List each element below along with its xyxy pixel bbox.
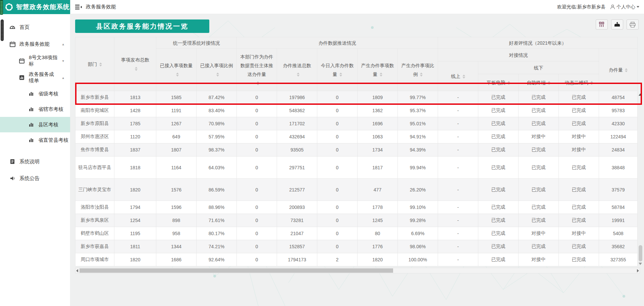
table-header: 部门 事项发布总数 统一受理系统对接情况 办件数据推送情况 好差评情况（2021… bbox=[75, 37, 638, 91]
value-cell: - bbox=[438, 253, 478, 266]
department-cell: 南阳市宛城区 bbox=[75, 104, 114, 117]
chevron-down-icon bbox=[637, 6, 639, 8]
col-header-online[interactable]: 线上 bbox=[438, 61, 478, 91]
value-cell: 152857 bbox=[277, 240, 317, 253]
bar-chart-icon bbox=[28, 137, 34, 143]
export-icon bbox=[614, 22, 620, 27]
sort-icon bbox=[548, 81, 550, 85]
value-cell: - bbox=[438, 201, 478, 214]
value-cell: 1809 bbox=[358, 91, 398, 104]
sidebar-item-label: 系统说明 bbox=[19, 159, 40, 165]
col-header-qrcode[interactable]: 动态二维码 bbox=[559, 74, 599, 91]
value-cell: 100.00% bbox=[398, 253, 438, 266]
col-header-item-count[interactable]: 产生办件事项数量 bbox=[358, 49, 398, 91]
sidebar-item-system-announcement[interactable]: 系统公告 bbox=[0, 170, 70, 187]
value-cell: 对接中 bbox=[559, 143, 599, 157]
value-cell: 99.77% bbox=[398, 91, 438, 104]
value-cell: 已完成 bbox=[519, 157, 559, 179]
sidebar-nav: 首页 政务服务效能 ▴ 8号文38项指标 ▾ 政务服务成绩单 bbox=[0, 14, 70, 187]
value-cell: 94.39% bbox=[398, 143, 438, 157]
col-header-push-total[interactable]: 办件推送总数 bbox=[277, 49, 317, 91]
value-cell: 42330 bbox=[599, 117, 638, 130]
group-header-push-data: 办件数据推送情况 bbox=[237, 37, 438, 49]
speaker-icon bbox=[9, 175, 15, 181]
sidebar-item-38-indicators[interactable]: 8号文38项指标 ▾ bbox=[0, 52, 70, 69]
table-row: 新乡市凤泉区125489871.61%0732810124599.28%-已完成… bbox=[75, 214, 638, 227]
county-capability-table: 部门 事项发布总数 统一受理系统对接情况 办件数据推送情况 好差评情况（2021… bbox=[75, 37, 638, 266]
col-header-department[interactable]: 部门 bbox=[75, 37, 114, 91]
sort-icon bbox=[216, 73, 219, 77]
value-cell: 6.69% bbox=[398, 227, 438, 240]
group-header-offline: 线下 bbox=[478, 61, 599, 74]
value-cell: 1267 bbox=[156, 117, 197, 130]
user-center-link[interactable]: 个人中心 bbox=[610, 4, 639, 10]
sidebar-item-label: 首页 bbox=[19, 24, 30, 31]
col-header-today-inbound[interactable]: 今日入库办件数量 bbox=[317, 49, 358, 91]
value-cell: 1576 bbox=[156, 179, 197, 201]
value-cell: 86.59% bbox=[197, 179, 237, 201]
horizontal-scrollbar-thumb[interactable] bbox=[79, 268, 393, 273]
col-header-self-push[interactable]: 本部门作为办件数据责任主体推送办件量 bbox=[237, 49, 277, 91]
topbar: 政务服务效能 欢迎光临:新乡市新乡县 个人中心 bbox=[70, 0, 644, 14]
col-header-kiosk[interactable]: 自助终端 bbox=[519, 74, 559, 91]
value-cell: 已完成 bbox=[478, 201, 519, 214]
sidebar-item-city-assessment[interactable]: 省辖市考核 bbox=[0, 101, 70, 117]
value-cell: - bbox=[438, 240, 478, 253]
value-cell: 171702 bbox=[277, 117, 317, 130]
column-settings-button[interactable] bbox=[596, 19, 608, 30]
scroll-up-arrow-icon[interactable] bbox=[639, 93, 642, 96]
value-cell: 35682 bbox=[599, 240, 638, 253]
vertical-scrollbar-thumb[interactable] bbox=[639, 245, 642, 261]
value-cell: 对接中 bbox=[559, 130, 599, 143]
value-cell: 99.94% bbox=[398, 157, 438, 179]
print-button[interactable] bbox=[627, 19, 639, 30]
value-cell: 74.21% bbox=[197, 240, 237, 253]
value-cell: 48754 bbox=[599, 91, 638, 104]
table-row: 周口市项城市1820168692.64%0179417321820100.00%… bbox=[75, 253, 638, 266]
col-header-volume[interactable]: 办件量 bbox=[599, 49, 638, 91]
department-cell: 新乡市原阳县 bbox=[75, 117, 114, 130]
sidebar-item-direct-county-assessment[interactable]: 省直管县考核 bbox=[0, 132, 70, 148]
sidebar-item-provincial-assessment[interactable]: 省级考核 bbox=[0, 86, 70, 101]
collapse-menu-icon[interactable] bbox=[75, 4, 82, 10]
sort-icon bbox=[339, 73, 342, 77]
value-cell: 0 bbox=[237, 104, 277, 117]
export-button[interactable] bbox=[611, 19, 623, 30]
value-cell: 已完成 bbox=[519, 214, 559, 227]
department-cell: 鹤壁市鹤山区 bbox=[75, 227, 114, 240]
value-cell: 0 bbox=[317, 227, 358, 240]
sidebar-item-system-description[interactable]: 系统说明 bbox=[0, 153, 70, 170]
value-cell: 1820 bbox=[114, 179, 156, 201]
value-cell: 0 bbox=[317, 91, 358, 104]
sidebar-item-score-report[interactable]: 政务服务成绩单 ▴ bbox=[0, 69, 70, 86]
app-title: 智慧政务效能系统 bbox=[16, 3, 70, 11]
col-header-tablet[interactable]: 平板电脑 bbox=[478, 74, 519, 91]
value-cell: 1734 bbox=[358, 143, 398, 157]
scroll-down-arrow-icon[interactable] bbox=[639, 263, 642, 265]
value-cell: 1820 bbox=[358, 253, 398, 266]
col-header-item-ratio[interactable]: 产生办件事项比例 bbox=[398, 49, 438, 91]
col-header-total-published[interactable]: 事项发布总数 bbox=[114, 37, 156, 91]
table-row: 焦作市博爱县1837180798.37%0935050173494.39%-已完… bbox=[75, 143, 638, 157]
value-cell: - bbox=[438, 117, 478, 130]
sidebar-item-service-efficiency[interactable]: 政务服务效能 ▴ bbox=[0, 36, 70, 52]
sidebar-item-label: 省辖市考核 bbox=[38, 106, 63, 113]
value-cell: 83.40% bbox=[197, 104, 237, 117]
sidebar-item-county-assessment[interactable]: 县区考核 bbox=[0, 117, 70, 132]
value-cell: 1807 bbox=[156, 143, 197, 157]
value-cell: 70.98% bbox=[197, 117, 237, 130]
sidebar-item-home[interactable]: 首页 bbox=[0, 19, 70, 36]
value-cell: 0 bbox=[317, 240, 358, 253]
col-header-connected-ratio[interactable]: 已接入事项比例 bbox=[197, 49, 237, 91]
value-cell: 对接中 bbox=[559, 227, 599, 240]
value-cell: 93505 bbox=[277, 143, 317, 157]
col-header-connected-count[interactable]: 已接入事项数量 bbox=[156, 49, 197, 91]
scroll-right-arrow-icon[interactable] bbox=[637, 269, 639, 272]
value-cell: 98.06% bbox=[398, 240, 438, 253]
value-cell: 1818 bbox=[114, 157, 156, 179]
horizontal-scrollbar[interactable] bbox=[75, 268, 640, 273]
value-cell: 已完成 bbox=[559, 91, 599, 104]
scroll-left-arrow-icon[interactable] bbox=[76, 269, 78, 272]
vertical-scrollbar[interactable] bbox=[638, 37, 643, 266]
sidebar-item-label: 省级考核 bbox=[38, 91, 58, 97]
